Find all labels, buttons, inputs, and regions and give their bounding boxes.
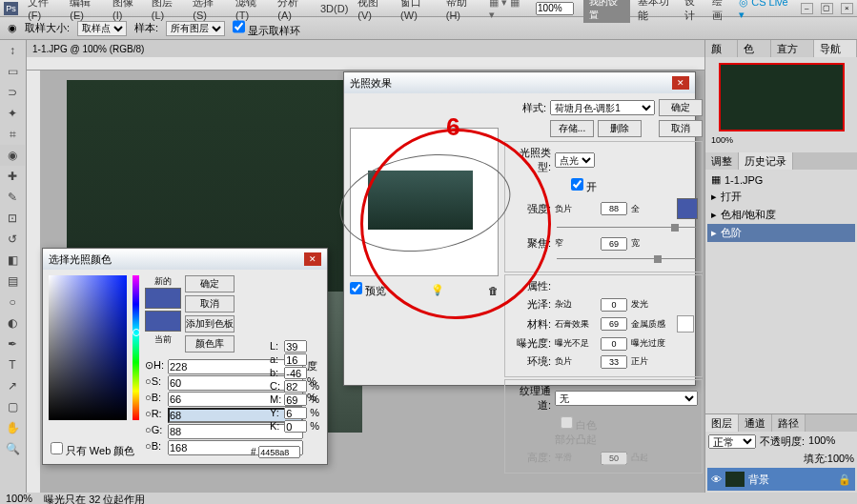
bb-input[interactable] — [284, 367, 307, 379]
shape-tool[interactable]: ▢ — [0, 396, 25, 417]
tab-channels[interactable]: 通道 — [739, 414, 772, 432]
brush-tool[interactable]: ✎ — [0, 187, 25, 208]
tab-paths[interactable]: 路径 — [772, 414, 806, 432]
a-input[interactable] — [284, 353, 307, 366]
wand-tool[interactable]: ✦ — [0, 103, 25, 124]
sample-size-select[interactable]: 取样点 — [77, 21, 127, 36]
menu-select[interactable]: 选择(S) — [193, 0, 226, 21]
menu-file[interactable]: 文件(F) — [28, 0, 60, 21]
gradient-tool[interactable]: ▤ — [0, 271, 25, 292]
web-only-check[interactable]: 只有 Web 颜色 — [51, 442, 134, 458]
close-icon[interactable]: ✕ — [304, 252, 321, 266]
delete-button[interactable]: 删除 — [598, 120, 642, 137]
menu-window[interactable]: 窗口(W) — [400, 0, 437, 21]
hand-tool[interactable]: ✋ — [0, 417, 25, 438]
annotation-circle — [360, 129, 551, 319]
heal-tool[interactable]: ✚ — [0, 166, 25, 187]
menu-image[interactable]: 图像(I) — [112, 0, 142, 21]
color-field[interactable] — [49, 275, 127, 420]
eye-icon[interactable]: 👁 — [711, 474, 722, 485]
tab-navigator[interactable]: 导航器 — [814, 40, 857, 57]
color-swatch[interactable] — [677, 198, 698, 219]
tab-swatch[interactable]: 色板 — [738, 40, 770, 57]
lasso-tool[interactable]: ⊃ — [0, 82, 25, 103]
blur-tool[interactable]: ○ — [0, 292, 25, 312]
gloss-input[interactable] — [601, 298, 627, 312]
menu-view[interactable]: 视图(V) — [357, 0, 391, 21]
ambience-input[interactable] — [601, 355, 627, 369]
cancel-button[interactable]: 取消 — [659, 120, 703, 137]
sample-select[interactable]: 所有图层 — [166, 21, 225, 36]
zoom-combo[interactable] — [536, 2, 574, 15]
intensity-slider[interactable] — [557, 223, 696, 232]
hex-value[interactable]: # — [251, 446, 300, 458]
history-item[interactable]: ▸ 色阶 — [707, 224, 855, 242]
focus-slider[interactable] — [557, 254, 696, 264]
toolbox: ↕ ▭ ⊃ ✦ ⌗ ◉ ✚ ✎ ⊡ ↺ ◧ ▤ ○ ◐ ✒ T ↗ ▢ ✋ 🔍 — [0, 40, 27, 493]
white-high-check[interactable]: 白色部分凸起 — [555, 416, 597, 447]
tab-layers[interactable]: 图层 — [705, 414, 739, 432]
k-input[interactable] — [284, 420, 307, 433]
type-tool[interactable]: T — [0, 354, 25, 375]
m-input[interactable] — [284, 393, 307, 406]
menu-help[interactable]: 帮助(H) — [446, 0, 480, 21]
workspace-design[interactable]: 设计 — [684, 0, 704, 23]
hue-slider[interactable] — [133, 275, 140, 420]
menu-3d[interactable]: 3D(D) — [320, 3, 348, 14]
workspace-paint[interactable]: 绘画 — [712, 0, 731, 23]
history-item[interactable]: ▸ 打开 — [707, 188, 855, 206]
path-tool[interactable]: ↗ — [0, 375, 25, 396]
tab-color[interactable]: 颜色 — [705, 40, 738, 57]
y-input[interactable] — [284, 407, 307, 419]
menu-edit[interactable]: 编辑(E) — [70, 0, 103, 21]
cancel-button[interactable]: 取消 — [185, 295, 235, 312]
max-icon[interactable]: ▢ — [821, 3, 833, 14]
ok-button[interactable]: 确定 — [185, 275, 235, 292]
move-tool[interactable]: ↕ — [0, 40, 25, 61]
menu-layer[interactable]: 图层(L) — [152, 0, 184, 21]
document-tab[interactable]: 1-1.JPG @ 100% (RGB/8) — [27, 40, 704, 57]
exposure-input[interactable] — [601, 337, 627, 351]
crop-tool[interactable]: ⌗ — [0, 124, 25, 145]
material-input[interactable] — [601, 317, 627, 331]
history-snapshot[interactable]: ▦ 1-1.JPG — [707, 171, 855, 188]
close-icon[interactable]: ✕ — [672, 76, 689, 90]
tab-histogram[interactable]: 直方图 — [771, 40, 814, 57]
texchan-select[interactable]: 无 — [555, 391, 698, 406]
ok-button[interactable]: 确定 — [659, 99, 703, 116]
close-icon[interactable]: × — [841, 3, 853, 14]
preview-check[interactable]: 预览 — [350, 282, 386, 298]
show-ring-check[interactable]: 显示取样环 — [233, 19, 300, 38]
texchan-label: 纹理通道: — [509, 384, 551, 413]
cslive-button[interactable]: ◎ CS Live ▾ — [739, 0, 792, 21]
dodge-tool[interactable]: ◐ — [0, 312, 25, 333]
history-brush-tool[interactable]: ↺ — [0, 229, 25, 250]
light-color-swatch[interactable] — [677, 315, 694, 333]
my-settings-button[interactable]: 我的设置 — [583, 0, 630, 23]
add-swatch-button[interactable]: 添加到色板 — [185, 315, 235, 333]
save-button[interactable]: 存储... — [550, 120, 594, 137]
layer-background[interactable]: 👁 背景 🔒 — [707, 468, 855, 491]
eyedropper-tool[interactable]: ◉ — [0, 145, 25, 166]
c-input[interactable] — [284, 380, 307, 393]
pen-tool[interactable]: ✒ — [0, 333, 25, 354]
color-lib-button[interactable]: 颜色库 — [185, 335, 235, 353]
workspace-basic[interactable]: 基本功能 — [638, 0, 677, 23]
min-icon[interactable]: – — [801, 3, 813, 14]
history-item[interactable]: ▸ 色相/饱和度 — [707, 206, 855, 224]
style-select[interactable]: 荷塘月色-调影1 — [550, 100, 655, 115]
focus-input[interactable] — [601, 237, 627, 251]
l-input[interactable] — [284, 340, 307, 353]
tab-adjust[interactable]: 调整 — [705, 152, 739, 170]
on-check[interactable]: 开 — [555, 178, 597, 194]
tab-history[interactable]: 历史记录 — [739, 152, 793, 170]
light-type-select[interactable]: 点光 — [555, 152, 595, 168]
marquee-tool[interactable]: ▭ — [0, 61, 25, 82]
navigator-thumb[interactable] — [719, 63, 845, 131]
blend-mode-select[interactable]: 正常 — [708, 434, 756, 449]
new-label: 新的 — [145, 275, 181, 288]
stamp-tool[interactable]: ⊡ — [0, 208, 25, 229]
eraser-tool[interactable]: ◧ — [0, 250, 25, 271]
zoom-tool[interactable]: 🔍 — [0, 438, 25, 459]
intensity-input[interactable] — [601, 202, 627, 215]
